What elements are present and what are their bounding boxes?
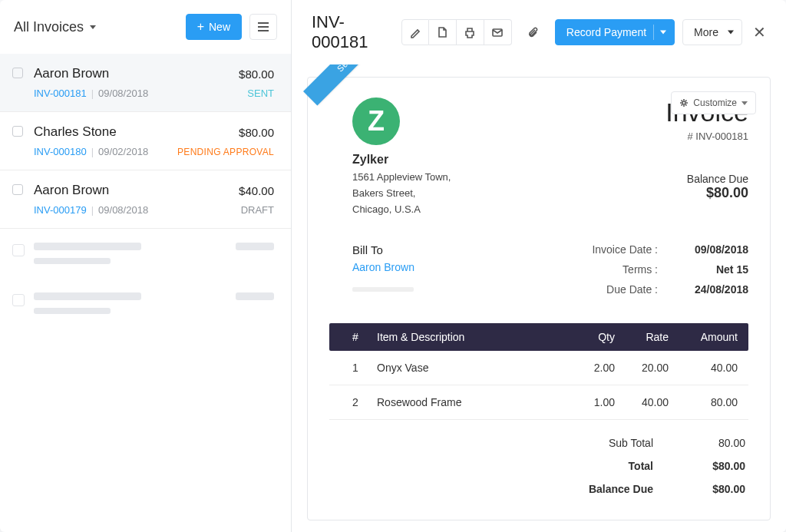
col-index: # xyxy=(340,331,371,343)
company-logo: Z xyxy=(352,97,400,145)
amount: $80.00 xyxy=(239,68,274,81)
invoice-date: 09/02/2018 xyxy=(98,146,148,157)
cell-qty: 2.00 xyxy=(569,362,615,374)
cell-description: Rosewood Frame xyxy=(371,396,569,408)
print-button[interactable] xyxy=(457,19,484,45)
close-button[interactable]: ✕ xyxy=(750,23,769,41)
invoice-list-pane: All Invoices + New Aaron Brown$80.00INV-… xyxy=(0,0,292,532)
amount: $40.00 xyxy=(239,184,274,197)
customize-button[interactable]: Customize xyxy=(671,91,756,114)
invoice-number-title: INV-000181 xyxy=(312,12,394,52)
meta-table: Invoice Date :09/08/2018Terms :Net 15Due… xyxy=(585,243,748,303)
cell-index: 1 xyxy=(340,362,371,374)
record-payment-button[interactable]: Record Payment xyxy=(555,19,675,45)
pencil-icon xyxy=(409,26,421,38)
meta-value: 24/08/2018 xyxy=(679,283,748,296)
meta-key: Invoice Date : xyxy=(585,243,658,256)
billto-label: Bill To xyxy=(352,243,414,256)
items-header-row: # Item & Description Qty Rate Amount xyxy=(329,323,748,351)
cell-qty: 1.00 xyxy=(569,396,615,408)
meta-row: Due Date :24/08/2018 xyxy=(585,283,748,296)
items-body: 1Onyx Vase2.0020.0040.002Rosewood Frame1… xyxy=(329,351,748,420)
company-name: Zylker xyxy=(352,153,451,167)
gear-icon xyxy=(679,98,689,107)
checkbox[interactable] xyxy=(12,68,23,78)
svg-point-1 xyxy=(682,101,685,104)
list-options-button[interactable] xyxy=(249,14,277,40)
more-label: More xyxy=(694,26,718,38)
total-key: Sub Total xyxy=(576,437,653,449)
hamburger-icon xyxy=(258,22,269,31)
customer-name: Charles Stone xyxy=(34,124,117,140)
status-badge: DRAFT xyxy=(241,204,274,216)
logo-letter: Z xyxy=(368,105,385,137)
balance-label: Balance Due xyxy=(665,173,748,185)
total-value: 80.00 xyxy=(684,437,745,449)
from-block: Z Zylker 1561 Appleview Town, Bakers Str… xyxy=(352,97,451,217)
cell-index: 2 xyxy=(340,396,371,408)
invoice-link[interactable]: INV-000180 xyxy=(34,146,87,157)
status-badge: PENDING APPROVAL xyxy=(177,147,274,157)
total-value: $80.00 xyxy=(684,483,745,495)
app-shell: All Invoices + New Aaron Brown$80.00INV-… xyxy=(0,0,786,532)
invoice-list: Aaron Brown$80.00INV-000181|09/08/2018SE… xyxy=(0,54,291,532)
meta-row: Invoice Date :09/08/2018 xyxy=(585,243,748,256)
document-number: # INV-000181 xyxy=(665,131,748,142)
total-row: Balance Due$80.00 xyxy=(576,483,745,495)
edit-button[interactable] xyxy=(401,19,429,45)
invoice-detail-pane: INV-000181 Record Payment xyxy=(292,0,786,532)
list-item-placeholder xyxy=(0,229,291,279)
list-filter-label: All Invoices xyxy=(14,19,84,35)
addr-line: Bakers Street, xyxy=(352,186,451,202)
record-payment-label: Record Payment xyxy=(566,26,646,38)
col-amount: Amount xyxy=(669,331,738,343)
new-invoice-button[interactable]: + New xyxy=(186,14,242,40)
meta-value: 09/08/2018 xyxy=(679,243,748,256)
addr-line: Chicago, U.S.A xyxy=(352,202,451,218)
meta-left: INV-000180|09/02/2018 xyxy=(34,146,148,157)
chevron-down-icon xyxy=(90,25,96,29)
checkbox[interactable] xyxy=(12,126,23,137)
cell-amount: 40.00 xyxy=(669,362,738,374)
meta-left: INV-000181|09/08/2018 xyxy=(34,88,148,99)
plus-icon: + xyxy=(197,21,204,33)
addr-line: 1561 Appleview Town, xyxy=(352,170,451,186)
status-badge: SENT xyxy=(247,88,274,99)
total-row: Total$80.00 xyxy=(576,460,745,472)
items-table: # Item & Description Qty Rate Amount 1On… xyxy=(329,323,748,420)
action-icon-group xyxy=(401,19,512,45)
balance-amount: $80.00 xyxy=(665,185,748,201)
paper-scroll: Customize Sent Z Zylker 1561 Appleview T… xyxy=(292,64,786,532)
cell-rate: 20.00 xyxy=(615,362,669,374)
printer-icon xyxy=(464,26,476,38)
placeholder-line xyxy=(352,287,414,292)
list-item[interactable]: Aaron Brown$80.00INV-000181|09/08/2018SE… xyxy=(0,54,291,112)
table-row: 1Onyx Vase2.0020.0040.00 xyxy=(329,351,748,385)
list-filter-dropdown[interactable]: All Invoices xyxy=(14,19,178,35)
company-address: 1561 Appleview Town, Bakers Street, Chic… xyxy=(352,170,451,217)
checkbox[interactable] xyxy=(12,184,23,195)
customize-label: Customize xyxy=(693,97,737,108)
doc-info-block: Invoice # INV-000181 Balance Due $80.00 xyxy=(665,97,748,217)
detail-header: INV-000181 Record Payment xyxy=(292,0,786,64)
meta-key: Due Date : xyxy=(585,283,658,296)
pdf-button[interactable] xyxy=(429,19,457,45)
total-key: Balance Due xyxy=(576,483,653,495)
invoice-link[interactable]: INV-000179 xyxy=(34,204,87,216)
list-header: All Invoices + New xyxy=(0,0,291,54)
more-button[interactable]: More xyxy=(682,19,742,45)
file-pdf-icon xyxy=(436,26,448,38)
col-description: Item & Description xyxy=(371,331,569,343)
table-row: 2Rosewood Frame1.0040.0080.00 xyxy=(329,385,748,420)
cell-description: Onyx Vase xyxy=(371,362,569,374)
invoice-link[interactable]: INV-000181 xyxy=(34,88,87,99)
email-button[interactable] xyxy=(484,19,512,45)
cell-rate: 40.00 xyxy=(615,396,669,408)
paper-header: Z Zylker 1561 Appleview Town, Bakers Str… xyxy=(329,97,748,217)
billto-block: Bill To Aaron Brown xyxy=(352,243,414,303)
list-item[interactable]: Charles Stone$80.00INV-000180|09/02/2018… xyxy=(0,112,291,170)
billto-name[interactable]: Aaron Brown xyxy=(352,261,414,273)
envelope-icon xyxy=(491,26,504,38)
attachment-button[interactable] xyxy=(520,19,547,45)
list-item[interactable]: Aaron Brown$40.00INV-000179|09/08/2018DR… xyxy=(0,170,291,229)
